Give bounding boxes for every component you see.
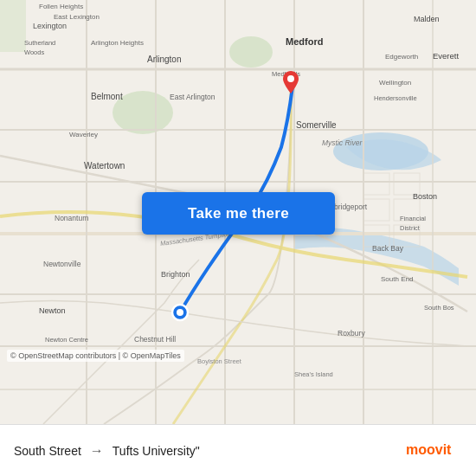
svg-text:moovit: moovit: [406, 442, 452, 457]
svg-text:East Lexington: East Lexington: [54, 13, 100, 21]
svg-text:Financial: Financial: [400, 215, 426, 222]
svg-text:Back Bay: Back Bay: [372, 244, 404, 253]
svg-text:Nonantum: Nonantum: [55, 214, 88, 222]
svg-text:Edgeworth: Edgeworth: [385, 53, 418, 61]
arrow-icon: →: [90, 443, 104, 459]
bottom-bar: South Street → Tufts University" moovit: [0, 424, 476, 476]
svg-text:Boylston Street: Boylston Street: [197, 357, 242, 365]
svg-text:Watertown: Watertown: [84, 161, 125, 170]
svg-text:Belmont: Belmont: [91, 92, 123, 101]
svg-text:Sutherland: Sutherland: [24, 39, 55, 47]
svg-text:Newton Centre: Newton Centre: [45, 336, 88, 344]
svg-text:Everett: Everett: [433, 51, 459, 61]
svg-text:Follen Heights: Follen Heights: [39, 3, 83, 10]
svg-text:Newton: Newton: [39, 306, 66, 315]
svg-text:Arlington Heights: Arlington Heights: [91, 39, 144, 47]
svg-text:South End: South End: [381, 275, 413, 283]
destination-label: Tufts University": [113, 444, 200, 458]
svg-rect-4: [0, 0, 26, 52]
svg-text:Somerville: Somerville: [296, 120, 337, 130]
svg-text:Brighton: Brighton: [161, 270, 190, 279]
map-container: Lexington Follen Heights East Lexington …: [0, 0, 476, 424]
svg-point-3: [229, 36, 273, 68]
svg-text:Lexington: Lexington: [33, 22, 67, 30]
svg-text:Newtonville: Newtonville: [43, 260, 81, 268]
button-label: Take me there: [188, 205, 289, 222]
svg-text:Mystic River: Mystic River: [322, 138, 363, 147]
svg-text:Roxbury: Roxbury: [338, 329, 365, 338]
svg-text:Medford: Medford: [286, 36, 323, 47]
svg-text:Woods: Woods: [24, 48, 44, 56]
moovit-logo: moovit: [406, 440, 462, 461]
svg-text:Arlington: Arlington: [147, 55, 181, 64]
svg-point-61: [287, 75, 294, 82]
svg-text:South Bos: South Bos: [424, 304, 454, 312]
svg-point-63: [177, 309, 183, 316]
svg-text:East Arlington: East Arlington: [170, 93, 215, 101]
svg-text:Wellington: Wellington: [379, 79, 411, 87]
origin-label: South Street: [14, 444, 81, 458]
svg-text:Boston: Boston: [413, 192, 437, 201]
copyright-text: © OpenStreetMap contributors | © OpenMap…: [7, 350, 184, 362]
svg-text:District: District: [400, 224, 421, 232]
svg-text:Waverley: Waverley: [69, 131, 98, 138]
svg-text:Chestnut Hill: Chestnut Hill: [134, 335, 176, 344]
svg-text:Hendersonville: Hendersonville: [374, 94, 417, 102]
take-me-there-button[interactable]: Take me there: [142, 192, 335, 235]
svg-text:Malden: Malden: [414, 15, 440, 23]
svg-text:Shea's Island: Shea's Island: [294, 370, 333, 378]
